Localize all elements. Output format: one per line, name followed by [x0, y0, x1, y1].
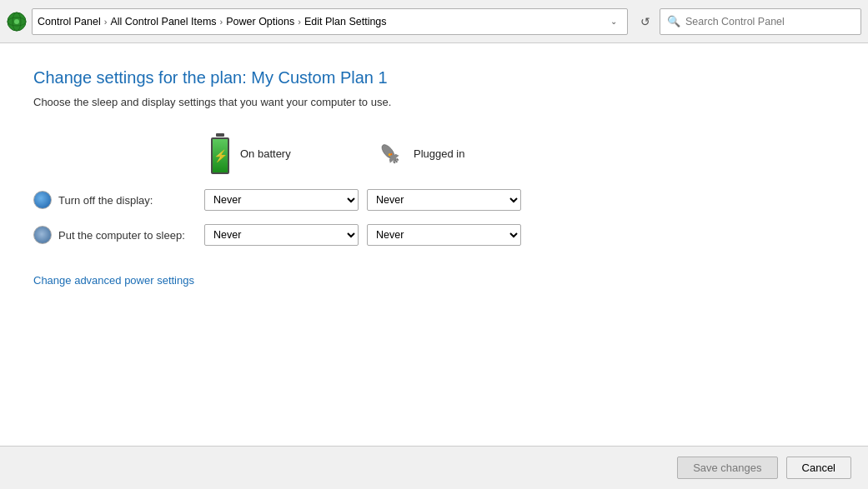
display-label: Turn off the display:	[58, 194, 204, 207]
advanced-settings-link[interactable]: Change advanced power settings	[33, 274, 194, 287]
sleep-icon	[33, 226, 52, 244]
on-battery-header: ⚡ On battery	[208, 133, 375, 174]
breadcrumb-sep-2: ›	[220, 17, 223, 27]
on-battery-label: On battery	[240, 147, 291, 160]
sleep-plugged-in-select[interactable]: Never 1 minute 2 minutes 5 minutes 10 mi…	[367, 224, 521, 246]
breadcrumb-all-items[interactable]: All Control Panel Items	[110, 16, 216, 27]
refresh-button[interactable]: ↺	[636, 12, 655, 31]
battery-icon: ⚡	[208, 133, 232, 174]
page-title: Change settings for the plan: My Custom …	[33, 68, 835, 87]
sleep-selects: Never 1 minute 2 minutes 5 minutes 10 mi…	[204, 224, 521, 246]
breadcrumb-edit-plan: Edit Plan Settings	[304, 16, 387, 27]
display-selects: Never 1 minute 2 minutes 5 minutes 10 mi…	[204, 189, 521, 211]
search-input[interactable]	[685, 16, 854, 27]
display-icon	[33, 191, 52, 209]
column-headers: ⚡ On battery	[208, 133, 835, 174]
display-plugged-in-select[interactable]: Never 1 minute 2 minutes 5 minutes 10 mi…	[367, 189, 521, 211]
breadcrumb-sep-1: ›	[104, 17, 108, 27]
breadcrumb-sep-3: ›	[298, 17, 301, 27]
sleep-label: Put the computer to sleep:	[58, 229, 204, 242]
search-icon: 🔍	[667, 15, 680, 27]
control-panel-logo	[7, 12, 27, 32]
toolbar: Control Panel › All Control Panel Items …	[0, 0, 868, 43]
plug-icon	[375, 139, 405, 169]
breadcrumb-power-options[interactable]: Power Options	[226, 16, 294, 27]
display-on-battery-select[interactable]: Never 1 minute 2 minutes 5 minutes 10 mi…	[204, 189, 359, 211]
search-box: 🔍	[660, 8, 861, 35]
breadcrumb-bar: Control Panel › All Control Panel Items …	[32, 8, 628, 35]
cancel-button[interactable]: Cancel	[786, 457, 851, 479]
svg-point-3	[14, 19, 19, 24]
save-button[interactable]: Save changes	[677, 457, 777, 479]
plugged-in-label: Plugged in	[414, 147, 464, 160]
display-row: Turn off the display: Never 1 minute 2 m…	[33, 189, 835, 211]
footer: Save changes Cancel	[0, 446, 868, 489]
breadcrumb-control-panel[interactable]: Control Panel	[38, 16, 101, 27]
breadcrumb-dropdown-button[interactable]: ⌄	[605, 13, 622, 30]
main-content: Change settings for the plan: My Custom …	[0, 43, 868, 446]
plugged-in-header: Plugged in	[375, 139, 542, 169]
sleep-on-battery-select[interactable]: Never 1 minute 2 minutes 5 minutes 10 mi…	[204, 224, 359, 246]
sleep-row: Put the computer to sleep: Never 1 minut…	[33, 224, 835, 246]
page-subtitle: Choose the sleep and display settings th…	[33, 96, 835, 108]
